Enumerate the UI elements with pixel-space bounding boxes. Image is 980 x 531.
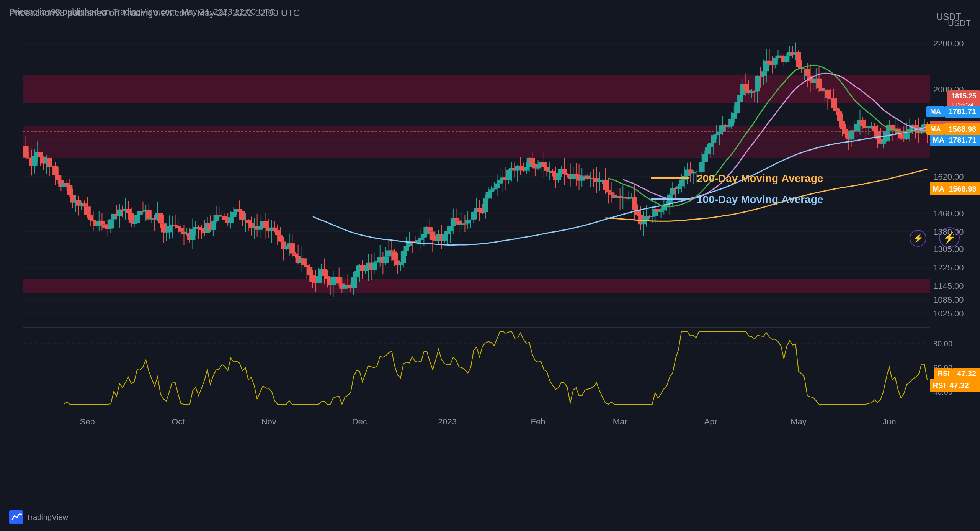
rsi-label: RSI	[934, 368, 953, 379]
ma1-price-label: MA 1781.71	[926, 106, 980, 118]
chart-container: Priceaction98 published on TradingView.c…	[0, 0, 980, 531]
y-axis-currency-label: USDT	[948, 18, 971, 28]
header-text: Priceaction98 published on TradingView.c…	[9, 7, 275, 16]
tradingview-logo: TradingView	[9, 510, 68, 524]
chart-header: Priceaction98 published on TradingView.c…	[9, 7, 275, 17]
lightning-icon[interactable]: ⚡	[910, 230, 926, 247]
ma2-price-label: MA 1568.98	[926, 123, 980, 135]
ma2-badge: MA	[926, 124, 945, 135]
rsi-value: 47.32	[953, 368, 980, 380]
tradingview-logo-text: TradingView	[26, 513, 68, 522]
rsi-badge: RSI 47.32	[934, 368, 980, 380]
ma1-value: 1781.71	[945, 106, 980, 118]
current-price-value: 1815.25	[951, 92, 976, 101]
main-canvas	[0, 0, 980, 531]
ma1-badge: MA	[926, 106, 945, 117]
ma2-value: 1568.98	[945, 123, 980, 135]
tradingview-logo-icon	[9, 510, 23, 524]
